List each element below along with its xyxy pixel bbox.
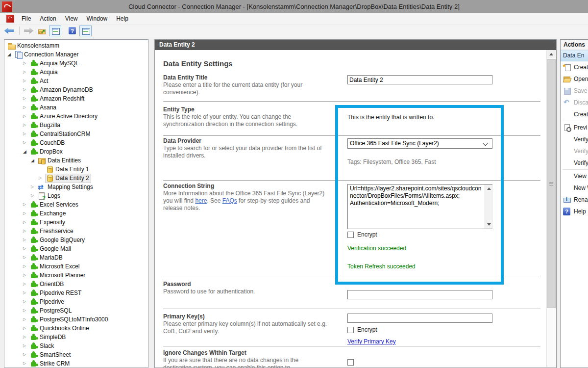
menu-action[interactable]: Action	[35, 14, 60, 24]
expander-icon[interactable]: ◢	[7, 50, 14, 59]
expander-icon[interactable]: ▷	[23, 306, 30, 315]
expander-icon[interactable]: ◢	[31, 156, 38, 165]
tree-item-microsoft-planner[interactable]: ▷Microsoft Planner	[4, 271, 148, 280]
menu-help[interactable]: Help	[112, 14, 133, 24]
tree-item-acquia-mysql[interactable]: ▷Acquia MySQL	[4, 59, 148, 68]
expander-icon[interactable]: ▷	[23, 315, 30, 324]
expander-icon[interactable]: ▷	[23, 253, 30, 262]
expander-icon[interactable]: ▷	[23, 324, 30, 333]
tree-item-konsolenstamm[interactable]: Konsolenstamm	[4, 41, 148, 50]
password-input[interactable]	[347, 290, 492, 299]
tree-item-smartsheet[interactable]: ▷SmartSheet	[4, 350, 148, 359]
main-scrollbar[interactable]	[546, 50, 556, 367]
primary-keys-input[interactable]	[347, 314, 492, 323]
tree-item-mariadb[interactable]: ▷MariaDB	[4, 253, 148, 262]
expander-icon[interactable]: ▷	[31, 191, 38, 200]
connection-string-textarea[interactable]: Url=https://layer2.sharepoint.com/sites/…	[347, 184, 492, 229]
actions-context-row[interactable]: Data En	[561, 50, 588, 61]
action-item-help[interactable]: Help	[561, 206, 588, 217]
expander-icon[interactable]: ▷	[23, 59, 30, 68]
tree-item-data-entities[interactable]: ◢Data Entities	[4, 156, 148, 165]
tree-item-quickbooks-online[interactable]: ▷Quickbooks Online	[4, 324, 148, 333]
tree-item-google-mail[interactable]: ▷Google Mail	[4, 244, 148, 253]
tree-item-orientdb[interactable]: ▷OrientDB	[4, 280, 148, 289]
expander-icon[interactable]: ▷	[23, 262, 30, 271]
expander-icon[interactable]: ▷	[23, 280, 30, 289]
data-provider-dropdown[interactable]: Office 365 Fast File Sync (Layer2)	[347, 138, 492, 149]
tree-item-simpledb[interactable]: ▷SimpleDB	[4, 333, 148, 342]
expander-icon[interactable]: ▷	[23, 289, 30, 297]
tree-item-expensify[interactable]: ▷Expensify	[4, 218, 148, 227]
tree-item-pipedrive-rest[interactable]: ▷Pipedrive REST	[4, 289, 148, 297]
expander-icon[interactable]: ▷	[23, 77, 30, 85]
action-item-view[interactable]: View	[561, 170, 588, 182]
ignore-changes-checkbox[interactable]	[347, 359, 354, 366]
expander-icon[interactable]: ▷	[23, 130, 30, 138]
faqs-link[interactable]: FAQs	[222, 197, 237, 204]
toolbar-button-show-action-pane-icon[interactable]	[79, 26, 92, 36]
expander-icon[interactable]: ▷	[23, 218, 30, 227]
scroll-up-icon[interactable]	[487, 187, 491, 190]
expander-icon[interactable]: ▷	[23, 94, 30, 103]
action-item-preview[interactable]: Previ	[561, 122, 588, 133]
expander-icon[interactable]: ▷	[23, 112, 30, 121]
expander-icon[interactable]: ▷	[23, 68, 30, 77]
action-item-open[interactable]: Open	[561, 73, 588, 85]
action-item-verify-1[interactable]: Verify	[561, 133, 588, 145]
tree-item-acquia[interactable]: ▷Acquia	[4, 68, 148, 77]
scrollbar-thumb[interactable]	[547, 59, 556, 308]
tree-item-bugzilla[interactable]: ▷Bugzilla	[4, 121, 148, 130]
tree-item-postgresqltomtinfo3000[interactable]: ▷PostgreSQLtoMTInfo3000	[4, 315, 148, 324]
expander-icon[interactable]: ▷	[23, 359, 30, 368]
scroll-down-icon[interactable]	[487, 223, 491, 226]
expander-icon[interactable]: ▷	[23, 342, 30, 350]
expander-icon[interactable]: ◢	[23, 147, 30, 156]
menu-file[interactable]: File	[17, 14, 35, 24]
expander-icon[interactable]: ▷	[23, 85, 30, 94]
expander-icon[interactable]: ▷	[23, 121, 30, 130]
action-item-create[interactable]: Creat	[561, 108, 588, 120]
action-item-rename[interactable]: Renam	[561, 194, 588, 206]
tree-item-act[interactable]: ▷Act	[4, 77, 148, 85]
tree-item-strike-crm[interactable]: ▷Strike CRM	[4, 359, 148, 368]
expander-icon[interactable]: ▷	[23, 297, 30, 306]
tree-item-google-bigquery[interactable]: ▷Google BigQuery	[4, 236, 148, 244]
expander-icon[interactable]: ▷	[23, 236, 30, 244]
toolbar-button-show-console-tree-icon[interactable]	[49, 26, 61, 36]
action-item-verify-3[interactable]: Verify	[561, 157, 588, 169]
textarea-scrollbar[interactable]	[485, 184, 493, 229]
tree-item-slack[interactable]: ▷Slack	[4, 342, 148, 350]
tree-item-data-entity-1[interactable]: Data Entity 1	[4, 165, 148, 174]
tree-item-freshservice[interactable]: ▷Freshservice	[4, 227, 148, 236]
action-item-create-data-entity[interactable]: Creat	[561, 61, 588, 73]
verify-primary-key-link[interactable]: Verify Primary Key	[347, 338, 396, 345]
expander-icon[interactable]: ▷	[23, 200, 30, 209]
expander-icon[interactable]: ▷	[23, 227, 30, 236]
here-link[interactable]: here	[195, 197, 207, 204]
tree-item-postgresql[interactable]: ▷PostgreSQL	[4, 306, 148, 315]
tree-item-amazon-redshift[interactable]: ▷Amazon Redshift	[4, 94, 148, 103]
encrypt-checkbox[interactable]	[347, 327, 354, 333]
scroll-up-button[interactable]	[547, 50, 556, 58]
toolbar-button-help-icon[interactable]	[66, 26, 78, 36]
data-entity-title-input[interactable]	[347, 75, 492, 84]
expander-icon[interactable]: ▷	[23, 271, 30, 280]
tree-item-asana[interactable]: ▷Asana	[4, 103, 148, 112]
tree-item-azure-active-directory[interactable]: ▷Azure Active Directory	[4, 112, 148, 121]
encrypt-checkbox[interactable]	[347, 232, 354, 238]
expander-icon[interactable]: ▷	[23, 244, 30, 253]
expander-icon[interactable]: ▷	[23, 333, 30, 342]
tree-item-dropbox[interactable]: ◢DropBox	[4, 147, 148, 156]
toolbar-button-export-list-icon[interactable]	[36, 26, 48, 36]
action-item-new-window[interactable]: New W	[561, 182, 588, 194]
expander-icon[interactable]: ▷	[23, 103, 30, 112]
expander-icon[interactable]: ▷	[23, 350, 30, 359]
expander-icon[interactable]: ▷	[23, 209, 30, 218]
tree-item-pipedrive[interactable]: ▷Pipedrive	[4, 297, 148, 306]
tree-item-couchdb[interactable]: ▷CouchDB	[4, 138, 148, 147]
menu-window[interactable]: Window	[82, 14, 112, 24]
tree-item-connection-manager[interactable]: ◢Connection Manager	[4, 50, 148, 59]
expander-icon[interactable]: ▷	[39, 174, 46, 183]
tree-item-centralstationcrm[interactable]: ▷CentralStationCRM	[4, 130, 148, 138]
expander-icon[interactable]: ▷	[31, 183, 38, 191]
